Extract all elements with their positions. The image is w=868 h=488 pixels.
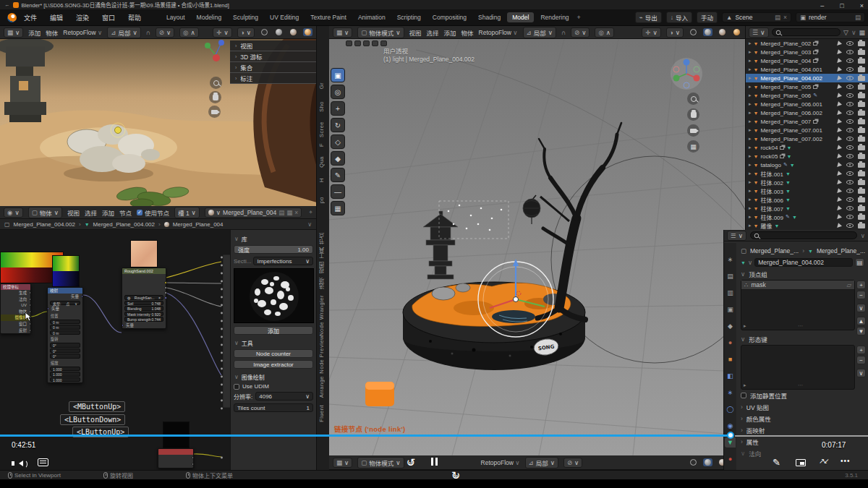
view-layer-selector[interactable]: ▣ render ▤ <box>796 12 865 22</box>
retopoflow-menu[interactable]: RetopoFlow ∨ <box>481 459 520 466</box>
shading-wireframe-icon[interactable] <box>689 28 698 36</box>
properties-tab-icon[interactable]: ● <box>725 338 736 348</box>
close-icon[interactable]: × <box>860 2 864 9</box>
menu-item[interactable]: 渲染 <box>75 12 90 24</box>
node-editor-side-tab[interactable]: Fluent <box>318 405 325 422</box>
video-progress-played[interactable] <box>0 435 729 437</box>
selectable-icon[interactable] <box>837 127 843 133</box>
workspace-tab[interactable]: Model <box>507 12 534 22</box>
tools-section-label[interactable]: 工具 <box>242 339 253 347</box>
selectable-icon[interactable] <box>837 67 843 72</box>
editor-type-icon[interactable]: ▦∨ <box>4 27 23 38</box>
value-field[interactable]: 0 m <box>50 330 80 335</box>
outliner-row[interactable]: ▸ ▼ 雕像 ✎ ▼ <box>746 221 868 230</box>
viewport-side-tab[interactable]: Gr <box>318 82 325 89</box>
proportional-editing-icon[interactable]: ◎∧ <box>179 27 199 38</box>
properties-tab-icon[interactable]: ∗ <box>725 254 736 265</box>
cv-menu-add[interactable]: 添加 <box>444 28 456 37</box>
hide-render-icon[interactable] <box>858 180 865 185</box>
retopoflow-menu[interactable]: RetopoFlow ∨ <box>63 29 102 36</box>
expand-icon[interactable]: ▸ <box>749 153 752 159</box>
hide-viewport-icon[interactable] <box>846 171 854 176</box>
outliner-row[interactable]: ▸ ▼ Merged_Plane_006.001 ✎ ▼ <box>746 100 868 108</box>
hide-render-icon[interactable] <box>858 59 865 64</box>
selectable-icon[interactable] <box>837 58 843 64</box>
value-field[interactable]: 0° <box>50 354 80 359</box>
editor-type-icon[interactable]: ▦∨ <box>333 458 352 468</box>
value-field[interactable]: 1.000 <box>50 372 80 377</box>
outliner-row[interactable]: ▸ ▼ Merged_Plane_006.002 ✎ ▼ <box>746 108 868 117</box>
ortho-toggle-icon[interactable]: ▦ <box>687 140 699 153</box>
selectable-icon[interactable] <box>837 119 843 124</box>
viewport-side-tab[interactable]: H <box>318 178 325 182</box>
editor-type-icon[interactable]: ◉∨ <box>4 207 23 218</box>
hide-viewport-icon[interactable] <box>846 128 854 132</box>
rotate-tool[interactable]: ↻ <box>331 118 345 132</box>
hide-render-icon[interactable] <box>858 119 865 124</box>
forward-30-icon[interactable]: ↻30 <box>448 469 463 482</box>
node-menu-select[interactable]: 选择 <box>85 208 97 217</box>
selectable-icon[interactable] <box>837 223 843 228</box>
hide-render-icon[interactable] <box>858 128 865 133</box>
import-button[interactable]: ↓导入 <box>666 12 692 23</box>
hide-render-icon[interactable] <box>858 93 865 98</box>
hide-viewport-icon[interactable] <box>846 145 854 150</box>
hide-viewport-icon[interactable] <box>846 154 854 158</box>
mini-icon[interactable] <box>354 40 361 46</box>
properties-tab-icon[interactable]: ▣ <box>725 304 736 314</box>
expand-icon[interactable]: ▸ <box>749 162 752 168</box>
outliner-row[interactable]: ▸ ▼ 柱体.009 ✎ ▼ <box>746 213 868 221</box>
expand-icon[interactable]: ▸ <box>749 127 752 133</box>
add-vertex-group-button[interactable]: + <box>856 281 866 289</box>
selectable-icon[interactable] <box>837 84 843 90</box>
move-down-button[interactable]: ▼ <box>856 327 866 335</box>
object-name[interactable]: Merged_Plane_003 <box>760 49 811 56</box>
snap-options[interactable]: ⊘∨ <box>563 458 582 468</box>
proportional-editing-icon[interactable]: ◎∧ <box>595 27 614 38</box>
show-overlays-icon[interactable]: ◑∨ <box>666 27 684 38</box>
center-viewport[interactable]: SONG <box>329 39 745 455</box>
hide-render-icon[interactable] <box>858 189 865 194</box>
expand-icon[interactable]: ▸ <box>749 223 752 228</box>
viewport-side-tab[interactable]: Scree <box>318 121 325 137</box>
hide-render-icon[interactable] <box>858 67 865 72</box>
transform-tool[interactable]: ◆ <box>331 151 345 166</box>
workspace-tab[interactable]: Modeling <box>192 12 227 22</box>
menu-item[interactable]: 帮助 <box>127 12 142 24</box>
hide-viewport-icon[interactable] <box>846 180 854 184</box>
selectable-icon[interactable] <box>837 136 843 142</box>
object-name[interactable]: rock04 <box>760 145 778 151</box>
properties-tab-icon[interactable]: ▥ <box>725 288 736 298</box>
vertex-group-row[interactable]: ∴ mask ▱ <box>741 281 854 290</box>
object-name[interactable]: Merged_Plane_006.002 <box>760 110 822 116</box>
outliner-row[interactable]: ▸ ▼ Merged_Plane_004.002 ✎ ▼ <box>746 74 868 82</box>
viewport-side-tab[interactable]: po <box>318 197 325 203</box>
add-shape-key-button[interactable]: + <box>856 346 866 354</box>
node-editor-side-tab[interactable]: Node Preview <box>318 335 325 374</box>
show-gizmo-icon[interactable]: ✛∨ <box>213 27 231 38</box>
node-output-row[interactable]: 法向 <box>1 296 30 303</box>
hide-viewport-icon[interactable] <box>846 111 854 115</box>
image-selector[interactable]: ◍RoughSan...× <box>124 295 163 300</box>
transform-orientation[interactable]: ⊿局部∨ <box>525 457 558 468</box>
value-field[interactable]: 1.000 <box>50 377 80 382</box>
note-pencil-icon[interactable]: ✎ <box>773 457 780 468</box>
outliner-row[interactable]: ▸ ▼ Merged_Plane_005 ✎ ▼ <box>746 82 868 91</box>
hide-render-icon[interactable] <box>858 102 865 107</box>
hide-render-icon[interactable] <box>858 41 865 46</box>
selectable-icon[interactable] <box>837 171 843 176</box>
expand-icon[interactable]: ▸ <box>749 145 752 150</box>
mapping-node[interactable]: 映射 矢量 类型:点∨ 矢量 位置 0 m 0 m 0 m 旋转 0° 0° 0… <box>47 287 83 383</box>
lock-icon[interactable]: ▱ <box>846 281 851 288</box>
workspace-tab[interactable]: Scripting <box>392 12 426 22</box>
selectable-icon[interactable] <box>837 188 843 194</box>
retopoflow-menu[interactable]: RetopoFlow ∨ <box>479 29 518 36</box>
expand-icon[interactable]: ▸ <box>749 214 752 220</box>
properties-tab-icon[interactable]: ▼ <box>725 437 736 448</box>
value-field[interactable]: 0° <box>50 343 80 348</box>
outliner-row[interactable]: ▸ ▼ Merged_Plane_007 ✎ ▼ <box>746 117 868 126</box>
remove-shape-key-button[interactable]: − <box>856 356 866 364</box>
more-options-icon[interactable]: ••• <box>841 457 851 465</box>
snap-options[interactable]: ⊘∨ <box>156 27 174 38</box>
hide-viewport-icon[interactable] <box>846 215 854 219</box>
